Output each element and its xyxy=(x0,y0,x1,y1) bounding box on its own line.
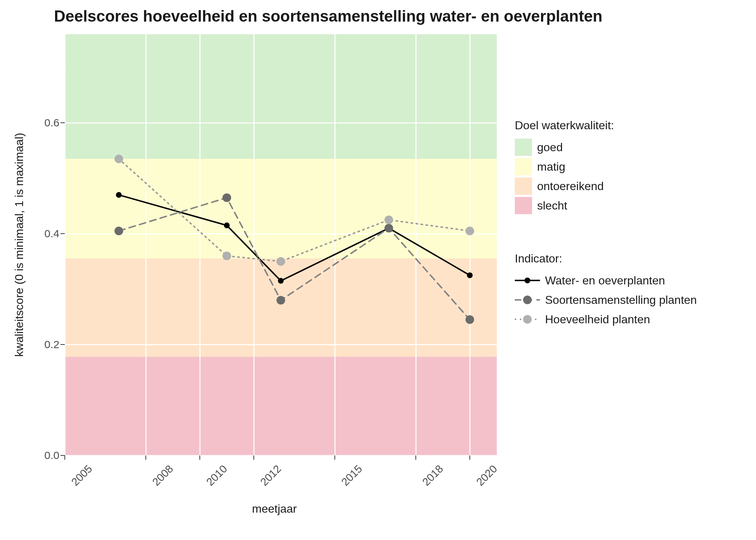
series-line xyxy=(119,198,470,320)
series-point xyxy=(116,192,122,198)
y-tick-mark xyxy=(60,344,65,345)
x-tick-label: 2018 xyxy=(420,463,446,488)
series-point xyxy=(465,315,474,324)
x-tick-label: 2008 xyxy=(150,463,176,488)
y-tick-label: 0.2 xyxy=(20,338,59,351)
x-tick-label: 2020 xyxy=(474,463,500,488)
x-tick-label: 2015 xyxy=(339,463,365,488)
x-tick-mark xyxy=(199,455,200,460)
x-tick-label: 2012 xyxy=(258,463,284,488)
chart-title: Deelscores hoeveelheid en soortensamenst… xyxy=(54,7,602,25)
legend-indicator-item: Soortensamenstelling planten xyxy=(515,291,697,309)
legend-line-sample xyxy=(515,272,540,289)
legend-swatch xyxy=(515,139,532,156)
series-point xyxy=(467,273,473,278)
legend-swatch xyxy=(515,177,532,195)
series-point xyxy=(278,278,284,284)
x-tick-mark xyxy=(469,455,470,460)
svg-point-5 xyxy=(523,315,532,324)
svg-point-3 xyxy=(523,296,532,304)
y-tick-label: 0.0 xyxy=(20,449,59,462)
legend-indicator-item: Hoeveelheid planten xyxy=(515,311,697,328)
series-point xyxy=(276,257,285,266)
legend-quality-item: ontoereikend xyxy=(515,177,614,195)
series-point xyxy=(222,252,231,260)
y-tick-mark xyxy=(60,122,65,123)
svg-point-1 xyxy=(525,278,530,283)
x-axis-label: meetjaar xyxy=(252,502,297,516)
legend-quality-item: slecht xyxy=(515,197,614,214)
legend-label: matig xyxy=(537,160,565,174)
series-point xyxy=(114,154,123,163)
x-tick-label: 2005 xyxy=(69,463,95,488)
y-tick-label: 0.4 xyxy=(20,228,59,240)
series-point xyxy=(384,216,393,224)
legend-indicator: Indicator: Water- en oeverplantenSoorten… xyxy=(515,252,697,330)
legend-indicator-item: Water- en oeverplanten xyxy=(515,272,697,289)
legend-quality-item: goed xyxy=(515,139,614,156)
series-point xyxy=(114,227,123,235)
legend-label: ontoereikend xyxy=(537,180,604,193)
y-axis-label: kwaliteitscore (0 is minimaal, 1 is maxi… xyxy=(13,133,26,357)
series-point xyxy=(276,296,285,305)
series-point xyxy=(384,224,393,233)
y-tick-mark xyxy=(60,233,65,234)
series-point xyxy=(222,193,231,202)
series-point xyxy=(224,222,230,228)
series-point xyxy=(465,227,474,235)
legend-label: goed xyxy=(537,141,563,154)
plot-svg xyxy=(65,34,497,455)
x-tick-mark xyxy=(334,455,335,460)
legend-label: Hoeveelheid planten xyxy=(545,313,650,326)
x-tick-mark xyxy=(145,455,146,460)
x-tick-mark xyxy=(415,455,416,460)
legend-quality-title: Doel waterkwaliteit: xyxy=(515,119,614,132)
legend-label: Soortensamenstelling planten xyxy=(545,293,697,307)
legend-swatch xyxy=(515,158,532,175)
legend-indicator-title: Indicator: xyxy=(515,252,697,265)
legend-swatch xyxy=(515,197,532,214)
legend-line-sample xyxy=(515,311,540,328)
chart-figure: Deelscores hoeveelheid en soortensamenst… xyxy=(0,0,756,540)
legend-quality: Doel waterkwaliteit: goedmatigontoereike… xyxy=(515,119,614,216)
legend-line-sample xyxy=(515,291,540,309)
legend-label: slecht xyxy=(537,199,567,212)
y-tick-label: 0.6 xyxy=(20,117,59,129)
x-tick-mark xyxy=(64,455,65,460)
plot-panel xyxy=(65,34,497,455)
legend-label: Water- en oeverplanten xyxy=(545,274,665,287)
x-tick-label: 2010 xyxy=(204,463,230,488)
series-line xyxy=(119,195,470,281)
x-tick-mark xyxy=(253,455,254,460)
legend-quality-item: matig xyxy=(515,158,614,175)
